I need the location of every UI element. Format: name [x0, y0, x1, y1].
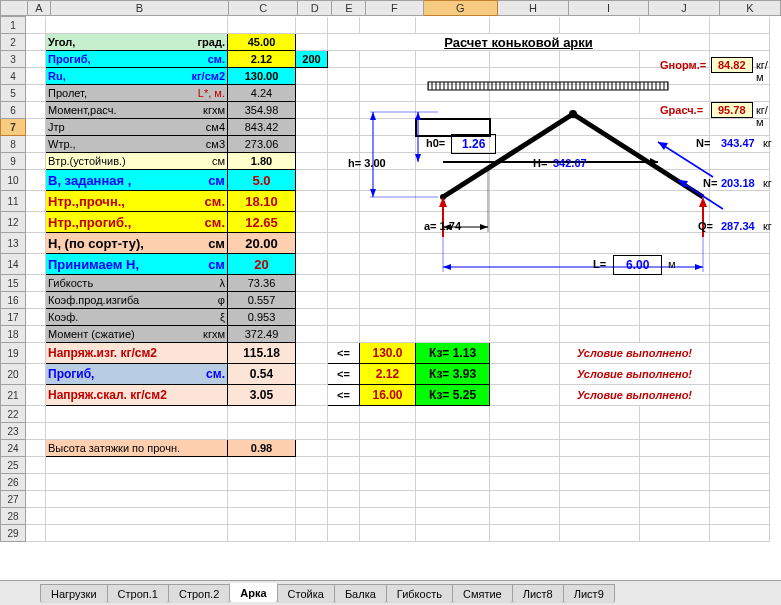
tab-smyatie[interactable]: Смятие [452, 584, 513, 603]
row-22: 22 [1, 406, 770, 423]
sheet-tabs: Нагрузки Строп.1 Строп.2 Арка Стойка Бал… [0, 580, 781, 605]
row-27: 27 [1, 491, 770, 508]
row-24: 24 Высота затяжки по прочн. 0.98 [1, 440, 770, 457]
row-3: 3 Прогиб,см. 2.12 200 [1, 51, 770, 68]
row-19: 19 Напряж.изг. кг/см2 115.18 <= 130.0 Кз… [1, 343, 770, 364]
row-4: 4 Ru,кг/см2 130.00 [1, 68, 770, 85]
row-23: 23 [1, 423, 770, 440]
row-25: 25 [1, 457, 770, 474]
tab-strop2[interactable]: Строп.2 [168, 584, 230, 603]
title: Расчет коньковой арки [328, 34, 710, 51]
tab-balka[interactable]: Балка [334, 584, 387, 603]
row-18: 18 Момент (сжатие)кгхм 372.49 [1, 326, 770, 343]
row-20: 20 Прогиб,см. 0.54 <= 2.12 Кз= 3.93 Усло… [1, 364, 770, 385]
row-15: 15 Гибкостьλ 73.36 [1, 275, 770, 292]
row-10: 10 B, заданная ,см 5.0 [1, 170, 770, 191]
row-29: 29 [1, 525, 770, 542]
grid[interactable]: 1 2 Угол,град. 45.00 Расчет коньковой ар… [0, 16, 770, 542]
col-headers: A B C D E F G H I J K [0, 0, 781, 16]
row-11: 11 Hтр.,прочн.,см. 18.10 [1, 191, 770, 212]
row-21: 21 Напряж.скал. кг/см2 3.05 <= 16.00 Кз=… [1, 385, 770, 406]
row-5: 5 Пролет,L*, м. 4.24 [1, 85, 770, 102]
row-1: 1 [1, 17, 770, 34]
tab-strop1[interactable]: Строп.1 [107, 584, 169, 603]
tab-arka[interactable]: Арка [229, 583, 277, 602]
row-2: 2 Угол,град. 45.00 Расчет коньковой арки [1, 34, 770, 51]
selected-cell [416, 119, 490, 136]
tab-list9[interactable]: Лист9 [563, 584, 615, 603]
row-6: 6 Момент,расч.кгхм 354.98 [1, 102, 770, 119]
row-7: 7 Jтрсм4 843.42 [1, 119, 770, 136]
row-13: 13 H, (по сорт-ту),см 20.00 [1, 233, 770, 254]
tab-list8[interactable]: Лист8 [512, 584, 564, 603]
row-26: 26 [1, 474, 770, 491]
tab-nagruzki[interactable]: Нагрузки [40, 584, 108, 603]
row-12: 12 Hтр.,прогиб.,см. 12.65 [1, 212, 770, 233]
row-8: 8 Wтp.,см3 273.06 [1, 136, 770, 153]
row-17: 17 Коэф.ξ 0.953 [1, 309, 770, 326]
row-16: 16 Коэф.прод.изгибаφ 0.557 [1, 292, 770, 309]
tab-gibkost[interactable]: Гибкость [386, 584, 453, 603]
row-28: 28 [1, 508, 770, 525]
tab-stoyka[interactable]: Стойка [277, 584, 335, 603]
